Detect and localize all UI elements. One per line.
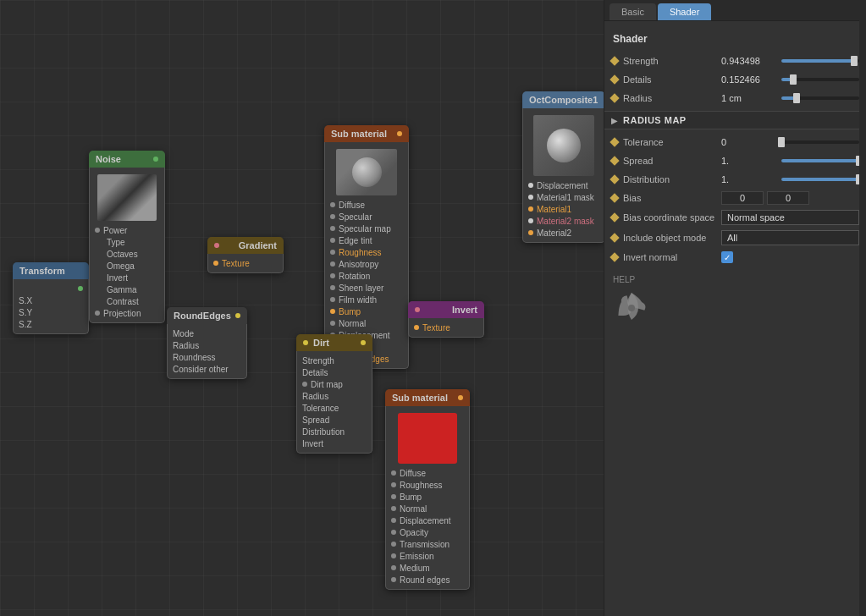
bias-coord-dropdown[interactable]: Normal space [721,210,859,225]
bias-row: Bias 0 0 [604,189,866,207]
transform-port-sy: S.Y [19,308,32,317]
submaterial2-thumb [398,413,457,464]
radius-value[interactable]: 1 cm [721,93,776,103]
radius-slider[interactable] [781,96,859,100]
dirt-title: Dirt [313,338,329,348]
bias-label: Bias [623,193,716,203]
strength-row: Strength 0.943498 [604,52,866,70]
details-diamond [610,74,619,84]
octcomp-node[interactable]: OctComposite1 Displacement Material1 mas… [522,91,604,243]
submaterial2-title: Sub material [392,393,448,403]
noise-node-title: Noise [96,154,121,164]
gradient-node-title: Gradient [239,240,277,250]
radius-label: Radius [623,93,716,103]
help-label: HELP [613,275,635,284]
bias-coord-diamond [610,212,619,222]
details-label: Details [623,74,716,85]
details-value[interactable]: 0.152466 [721,74,776,85]
submaterial1-node[interactable]: Sub material Diffuse Specular Specular m… [324,125,409,369]
radius-map-title: RADIUS MAP [623,115,687,125]
tab-basic[interactable]: Basic [610,3,656,20]
bias-value2[interactable]: 0 [767,191,809,205]
right-panel: Basic Shader Shader Strength 0.943498 De… [604,0,866,616]
include-obj-label: Include object mode [623,233,716,243]
tolerance-diamond [610,137,619,146]
radius-map-arrow: ▶ [611,116,618,125]
invert-normal-label: Invert normal [623,252,716,262]
spread-diamond [610,156,619,165]
distribution-diamond [610,174,619,184]
transform-node-title: Transform [19,266,65,276]
noise-output-port[interactable] [153,157,158,162]
panel-scrollbar[interactable] [859,0,866,616]
gradient-texture-port: Texture [222,259,250,268]
invert-node[interactable]: Invert Texture [408,301,484,338]
details-slider[interactable] [781,78,859,81]
radius-diamond [610,93,619,102]
spread-value[interactable]: 1. [721,156,776,166]
help-section: HELP [604,267,866,336]
radius-row: Radius 1 cm [604,89,866,107]
spread-label: Spread [623,156,716,166]
shader-title: Shader [604,28,866,52]
distribution-value[interactable]: 1. [721,174,776,184]
distribution-slider[interactable] [781,178,859,181]
noise-node[interactable]: Noise Power Type Octaves Omega Invert Ga… [89,151,165,323]
roundedges-title: RoundEdges [174,311,231,321]
tolerance-value[interactable]: 0 [721,137,776,147]
tolerance-row: Tolerance 0 [604,133,866,151]
invert-normal-checkbox[interactable]: ✓ [721,251,733,263]
tab-shader[interactable]: Shader [658,3,711,20]
submaterial2-node[interactable]: Sub material Diffuse Roughness Bump Norm… [385,389,470,590]
gradient-node[interactable]: Gradient Texture [207,237,284,273]
dirt-node[interactable]: Dirt Strength Details Dirt map Radius To… [296,334,372,454]
bias-coord-row: Bias coordinate space Normal space [604,207,866,228]
distribution-row: Distribution 1. [604,170,866,189]
submaterial1-title: Sub material [331,129,387,139]
invert-title: Invert [452,305,477,315]
strength-label: Strength [623,56,716,66]
include-obj-row: Include object mode All [604,228,866,248]
transform-output-port[interactable] [78,286,83,291]
help-logo-icon [613,289,651,327]
strength-diamond [610,56,619,65]
spread-row: Spread 1. [604,151,866,170]
bias-value1[interactable]: 0 [721,191,764,205]
include-obj-dropdown[interactable]: All [721,230,859,245]
transform-port-sz: S.Z [19,320,32,329]
node-editor[interactable]: Transform S.X S.Y S.Z Noise Power Type [0,0,604,616]
tolerance-label: Tolerance [623,137,716,147]
invert-normal-diamond [610,252,619,261]
panel-tabs: Basic Shader [604,0,866,21]
tolerance-slider[interactable] [781,140,859,144]
octcomp-title: OctComposite1 [529,95,598,105]
transform-node[interactable]: Transform S.X S.Y S.Z [13,262,89,334]
strength-value[interactable]: 0.943498 [721,56,776,66]
bias-dual: 0 0 [721,191,859,205]
invert-normal-row: Invert normal ✓ [604,248,866,267]
panel-content: Shader Strength 0.943498 Details 0.15246… [604,21,866,616]
strength-slider[interactable] [781,59,859,63]
transform-port-sx: S.X [19,296,32,305]
bias-coord-label: Bias coordinate space [623,212,716,223]
include-obj-diamond [610,233,619,242]
spread-slider[interactable] [781,159,859,162]
connections-canvas [0,0,254,127]
roundedges-node[interactable]: RoundEdges Mode Radius Roundness Conside… [167,307,247,379]
bias-diamond [610,193,619,202]
details-row: Details 0.152466 [604,70,866,89]
distribution-label: Distribution [623,174,716,184]
radius-map-header[interactable]: ▶ RADIUS MAP [604,111,866,129]
svg-point-0 [628,305,635,311]
